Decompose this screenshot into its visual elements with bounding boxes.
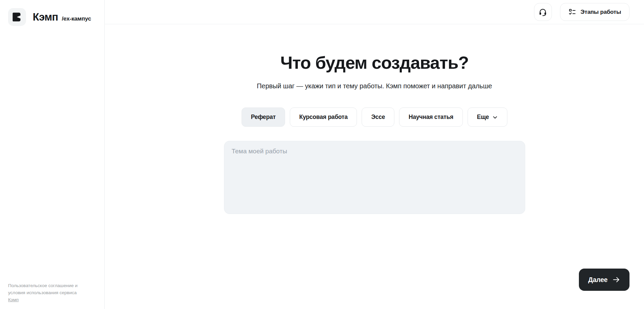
chip-label: Научная статья xyxy=(409,114,453,121)
chip-esse[interactable]: Эссе xyxy=(362,107,394,127)
k-glyph-icon xyxy=(12,12,22,22)
next-button-label: Далее xyxy=(588,276,608,284)
chip-label: Еще xyxy=(477,114,489,121)
chip-referat[interactable]: Реферат xyxy=(242,107,285,127)
chip-label: Курсовая работа xyxy=(299,114,347,121)
terms-line2: условия использования сервиса xyxy=(8,290,77,295)
arrow-right-icon xyxy=(612,276,620,284)
brand-suffix: /ex-кампус xyxy=(62,16,91,22)
app-root: Кэмп /ex-кампус Пользовательское соглаше… xyxy=(0,0,644,309)
chip-more[interactable]: Еще xyxy=(468,107,508,127)
topbar: Этапы работы xyxy=(105,0,644,24)
chip-kursovaya[interactable]: Курсовая работа xyxy=(290,107,357,127)
brand-name: Кэмп xyxy=(33,11,58,23)
main-content: Что будем создавать? Первый шаг — укажи … xyxy=(105,24,644,309)
brand-logo[interactable]: Кэмп /ex-кампус xyxy=(0,0,104,26)
terms-line1: Пользовательское соглашение и xyxy=(8,283,78,288)
checklist-icon xyxy=(568,8,576,16)
topic-input[interactable] xyxy=(224,141,525,214)
chip-nauchnaya-statya[interactable]: Научная статья xyxy=(399,107,463,127)
terms-link[interactable]: Кэмп xyxy=(8,297,19,302)
page-title: Что будем создавать? xyxy=(280,52,469,74)
next-button[interactable]: Далее xyxy=(579,269,629,291)
chevron-down-icon xyxy=(492,115,498,120)
page-subtitle: Первый шаг — укажи тип и тему работы. Кэ… xyxy=(257,82,492,90)
work-type-chips: Реферат Курсовая работа Эссе Научная ста… xyxy=(242,107,508,127)
stages-button[interactable]: Этапы работы xyxy=(560,3,629,21)
headset-icon xyxy=(538,8,547,17)
terms-note: Пользовательское соглашение и условия ис… xyxy=(8,282,91,303)
chip-label: Эссе xyxy=(371,114,385,121)
brand-logo-icon xyxy=(8,8,26,26)
sidebar: Кэмп /ex-кампус Пользовательское соглаше… xyxy=(0,0,105,309)
support-button[interactable] xyxy=(534,3,552,21)
chip-label: Реферат xyxy=(251,114,276,121)
stages-button-label: Этапы работы xyxy=(581,9,621,16)
brand-text: Кэмп /ex-кампус xyxy=(33,11,91,23)
